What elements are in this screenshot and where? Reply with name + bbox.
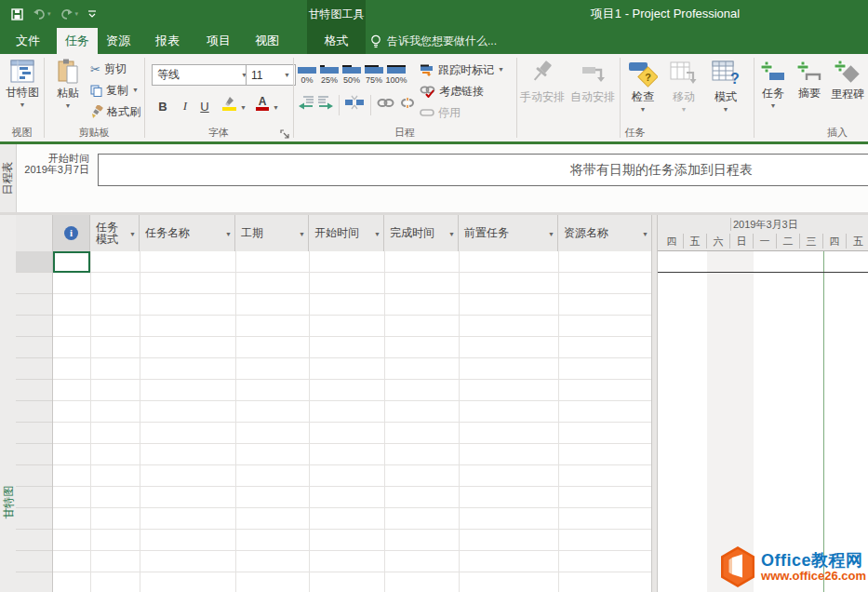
dropdown-caret-icon: ▼ bbox=[273, 105, 279, 111]
filter-caret-icon[interactable]: ▼ bbox=[299, 227, 305, 239]
column-header-resource-names[interactable]: 资源名称▼ bbox=[558, 215, 651, 251]
save-button[interactable] bbox=[11, 8, 23, 20]
copy-button[interactable]: 复制 ▼ bbox=[90, 81, 139, 100]
manually-schedule-button[interactable]: 手动安排 bbox=[518, 56, 567, 105]
dropdown-caret-icon: ▼ bbox=[498, 67, 504, 73]
selected-row-number-cell[interactable] bbox=[16, 251, 52, 272]
cut-button[interactable]: ✂ 剪切 bbox=[90, 60, 127, 78]
respect-links-button[interactable]: 考虑链接 bbox=[420, 82, 484, 101]
tab-resource[interactable]: 资源 bbox=[98, 28, 139, 54]
task-sheet-grid[interactable] bbox=[53, 251, 651, 592]
filter-caret-icon[interactable]: ▼ bbox=[225, 227, 232, 239]
percent-100-button[interactable]: 100% bbox=[386, 63, 407, 85]
gantt-pane-label: 甘特图 bbox=[1, 465, 17, 540]
paste-button[interactable]: 粘贴 ▼ bbox=[50, 56, 86, 109]
inactivate-button[interactable]: 停用 bbox=[420, 103, 461, 122]
outdent-task-button[interactable] bbox=[298, 95, 314, 110]
mark-on-track-button[interactable]: 跟踪时标记 ▼ bbox=[420, 61, 504, 79]
tab-project[interactable]: 项目 bbox=[198, 28, 239, 54]
auto-schedule-button[interactable]: 自动安排 bbox=[568, 56, 617, 105]
percent-50-button[interactable]: 50% bbox=[341, 63, 362, 85]
chart-timescale[interactable]: 2019年3月3日 四 五 六 日 一 二 三 四 五 bbox=[658, 215, 868, 251]
mini-divider bbox=[339, 95, 340, 115]
tab-task[interactable]: 任务 bbox=[57, 28, 98, 54]
filter-caret-icon[interactable]: ▼ bbox=[448, 227, 455, 239]
unlink-tasks-button[interactable] bbox=[398, 97, 417, 109]
insert-milestone-button[interactable]: 里程碑 bbox=[827, 56, 868, 102]
column-header-task-name[interactable]: 任务名称▼ bbox=[140, 215, 235, 251]
office-logo-icon bbox=[718, 545, 757, 588]
undo-button[interactable]: ▾ bbox=[33, 8, 51, 20]
tab-view[interactable]: 视图 bbox=[247, 28, 287, 54]
dialog-launcher-icon bbox=[280, 129, 289, 139]
row-number-header[interactable] bbox=[16, 215, 53, 251]
inspect-button[interactable]: ? 检查 ▼ bbox=[622, 56, 663, 113]
percent-25-button[interactable]: 25% bbox=[319, 63, 340, 85]
selected-cell[interactable] bbox=[53, 251, 90, 273]
font-color-button[interactable]: A ▼ bbox=[255, 95, 279, 111]
tell-me-box[interactable]: 告诉我您想要做什么... bbox=[370, 28, 497, 54]
column-header-start[interactable]: 开始时间▼ bbox=[309, 215, 384, 251]
group-label-font: 字体 bbox=[144, 126, 293, 140]
day-label: 六 bbox=[707, 234, 730, 249]
format-painter-button[interactable]: 格式刷 bbox=[90, 102, 140, 121]
dropdown-caret-icon: ▼ bbox=[20, 102, 26, 108]
split-task-button[interactable] bbox=[344, 95, 365, 110]
indicators-column-header[interactable]: i bbox=[53, 215, 90, 251]
filter-caret-icon[interactable]: ▼ bbox=[642, 227, 648, 239]
percent-0-button[interactable]: 0% bbox=[297, 63, 317, 85]
gantt-chart-area[interactable] bbox=[658, 251, 868, 592]
mini-divider bbox=[370, 95, 371, 115]
percent-bar-icon bbox=[365, 67, 383, 74]
move-task-button[interactable]: 移动 ▼ bbox=[664, 56, 703, 113]
timeline-pane-strip[interactable]: 日程表 bbox=[0, 144, 17, 212]
italic-button[interactable]: I bbox=[177, 93, 194, 114]
redo-button[interactable]: ▾ bbox=[60, 8, 79, 20]
percent-75-button[interactable]: 75% bbox=[364, 63, 384, 85]
task-mode-button[interactable]: ? 模式 ▼ bbox=[704, 56, 747, 113]
timeline-band[interactable]: 将带有日期的任务添加到日程表 bbox=[98, 154, 868, 186]
group-label-view: 视图 bbox=[0, 126, 44, 140]
ribbon-tab-row: 文件 任务 资源 报表 项目 视图 格式 告诉我您想要做什么... bbox=[0, 28, 868, 54]
row-number-column[interactable] bbox=[16, 251, 53, 592]
grid-column-line bbox=[558, 251, 559, 592]
percent-bar-icon bbox=[387, 67, 406, 74]
column-header-task-mode[interactable]: 任务模式▼ bbox=[90, 215, 140, 251]
insert-summary-button[interactable]: 摘要 bbox=[792, 56, 827, 101]
filter-caret-icon[interactable]: ▼ bbox=[548, 227, 554, 239]
tab-format[interactable]: 格式 bbox=[307, 28, 366, 54]
underline-button[interactable]: U bbox=[196, 93, 213, 114]
column-header-predecessors[interactable]: 前置任务▼ bbox=[459, 215, 558, 251]
font-size-combo[interactable]: 11 ▼ bbox=[246, 64, 296, 86]
inactivate-icon bbox=[420, 108, 434, 117]
gantt-pane-strip[interactable]: 甘特图 bbox=[0, 215, 17, 592]
bold-button[interactable]: B bbox=[154, 93, 171, 114]
dropdown-caret-icon: ▼ bbox=[723, 107, 729, 113]
vertical-splitter[interactable] bbox=[651, 215, 658, 592]
background-color-icon bbox=[221, 95, 237, 111]
link-tasks-button[interactable] bbox=[377, 98, 394, 108]
tab-report[interactable]: 报表 bbox=[147, 28, 188, 54]
day-label: 四 bbox=[823, 234, 847, 249]
gantt-chart-view-button[interactable]: 甘特图 ▼ bbox=[2, 56, 43, 108]
column-header-finish[interactable]: 完成时间▼ bbox=[384, 215, 459, 251]
info-icon: i bbox=[64, 226, 78, 240]
filter-caret-icon[interactable]: ▼ bbox=[374, 227, 381, 239]
day-label: 四 bbox=[661, 234, 684, 249]
timeline-start-info: 开始时间 2019年3月7日 bbox=[24, 153, 89, 175]
customize-qat-button[interactable] bbox=[87, 9, 97, 19]
font-dialog-launcher[interactable] bbox=[280, 129, 289, 139]
grid-column-line bbox=[309, 251, 310, 592]
project-window: ▾ ▾ 甘特图工具 项目1 - Project Professional 文件 … bbox=[0, 0, 868, 592]
indent-task-button[interactable] bbox=[317, 95, 334, 110]
filter-caret-icon[interactable]: ▼ bbox=[129, 227, 136, 239]
background-color-button[interactable]: ▼ bbox=[221, 95, 247, 111]
split-task-icon bbox=[344, 95, 365, 110]
insert-task-button[interactable]: 任务 ▼ bbox=[755, 56, 791, 109]
column-header-duration[interactable]: 工期▼ bbox=[235, 215, 309, 251]
undo-icon bbox=[33, 8, 46, 20]
svg-text:?: ? bbox=[645, 72, 651, 83]
tab-file[interactable]: 文件 bbox=[7, 28, 48, 54]
font-name-combo[interactable]: 等线 ▼ bbox=[152, 64, 253, 86]
watermark-site-name: Office教程网 bbox=[761, 552, 866, 570]
